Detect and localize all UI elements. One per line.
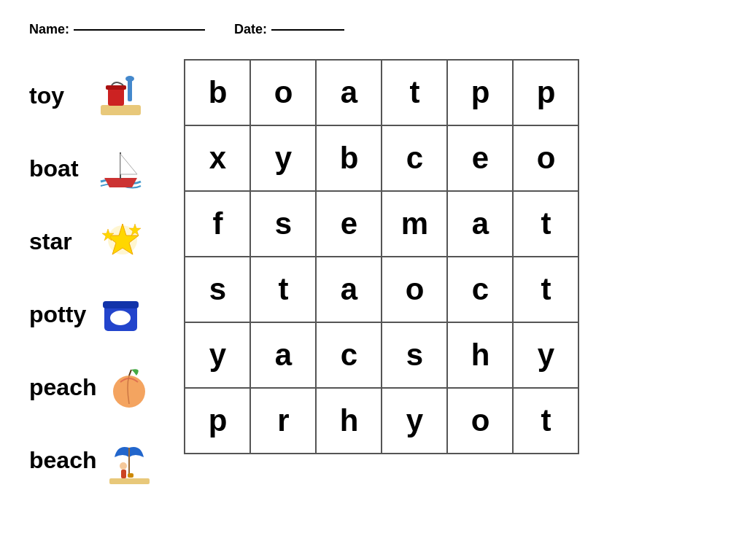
grid-cell-0-3: t xyxy=(382,61,448,126)
grid-cell-1-1: y xyxy=(251,126,317,192)
icon-toy xyxy=(95,70,146,121)
grid-cell-2-1: s xyxy=(251,192,317,257)
word-label-boat: boat xyxy=(29,155,88,182)
svg-rect-17 xyxy=(121,470,126,478)
grid-cell-4-0: y xyxy=(185,323,251,389)
grid-cell-1-2: b xyxy=(317,126,382,192)
grid-cell-5-4: o xyxy=(448,389,514,454)
grid-cell-1-0: x xyxy=(185,126,251,192)
grid-cell-2-4: a xyxy=(448,192,514,257)
grid-cell-5-3: y xyxy=(382,389,448,454)
word-item-peach: peach xyxy=(29,351,155,424)
word-label-star: star xyxy=(29,228,88,255)
icon-peach xyxy=(104,362,155,413)
svg-rect-11 xyxy=(103,301,139,308)
svg-line-14 xyxy=(129,370,131,376)
svg-point-16 xyxy=(120,462,127,470)
grid-cell-3-4: c xyxy=(448,257,514,323)
icon-boat xyxy=(95,143,146,194)
grid-cell-2-0: f xyxy=(185,192,251,257)
grid-cell-0-4: p xyxy=(448,61,514,126)
name-underline[interactable] xyxy=(74,29,205,31)
grid-cell-5-2: h xyxy=(317,389,382,454)
svg-rect-2 xyxy=(106,85,126,90)
grid-cell-1-5: o xyxy=(514,126,579,192)
grid-cell-2-2: e xyxy=(317,192,382,257)
grid-cell-4-4: h xyxy=(448,323,514,389)
svg-rect-3 xyxy=(128,79,132,101)
svg-point-12 xyxy=(110,311,131,325)
svg-point-4 xyxy=(125,76,134,82)
letter-grid: boatppxybceofsematstaoctyacshyprhyot xyxy=(184,59,579,454)
grid-cell-3-1: t xyxy=(251,257,317,323)
grid-cell-3-5: t xyxy=(514,257,579,323)
svg-rect-19 xyxy=(109,478,150,484)
grid-cell-3-0: s xyxy=(185,257,251,323)
grid-container: boatppxybceofsematstaoctyacshyprhyot xyxy=(184,59,579,454)
word-item-beach: beach xyxy=(29,424,155,497)
grid-cell-0-1: o xyxy=(251,61,317,126)
word-item-potty: potty xyxy=(29,278,155,351)
word-label-toy: toy xyxy=(29,82,88,109)
grid-cell-1-4: e xyxy=(448,126,514,192)
icon-beach xyxy=(104,435,155,486)
svg-rect-0 xyxy=(101,105,141,115)
word-item-toy: toy xyxy=(29,59,155,132)
grid-cell-4-1: a xyxy=(251,323,317,389)
main-content: toy xyxy=(29,59,718,497)
word-item-star: star xyxy=(29,205,155,278)
date-label: Date: xyxy=(234,22,267,37)
grid-cell-4-5: y xyxy=(514,323,579,389)
grid-cell-0-5: p xyxy=(514,61,579,126)
svg-rect-18 xyxy=(128,473,133,478)
word-list: toy xyxy=(29,59,155,497)
grid-cell-2-5: t xyxy=(514,192,579,257)
date-field: Date: xyxy=(234,22,344,37)
word-label-beach: beach xyxy=(29,447,96,474)
grid-cell-4-3: s xyxy=(382,323,448,389)
grid-cell-5-1: r xyxy=(251,389,317,454)
word-label-peach: peach xyxy=(29,374,96,401)
date-underline[interactable] xyxy=(271,29,344,31)
grid-cell-2-3: m xyxy=(382,192,448,257)
grid-cell-5-0: p xyxy=(185,389,251,454)
name-label: Name: xyxy=(29,22,69,37)
grid-cell-4-2: c xyxy=(317,323,382,389)
name-field: Name: xyxy=(29,22,205,37)
word-item-boat: boat xyxy=(29,132,155,205)
header: Name: Date: xyxy=(29,22,718,37)
grid-cell-1-3: c xyxy=(382,126,448,192)
icon-potty xyxy=(95,289,146,340)
grid-cell-5-5: t xyxy=(514,389,579,454)
icon-star xyxy=(95,216,146,267)
grid-cell-0-2: a xyxy=(317,61,382,126)
word-label-potty: potty xyxy=(29,301,88,328)
page: Name: Date: toy xyxy=(0,0,747,518)
grid-cell-3-2: a xyxy=(317,257,382,323)
grid-cell-0-0: b xyxy=(185,61,251,126)
grid-cell-3-3: o xyxy=(382,257,448,323)
